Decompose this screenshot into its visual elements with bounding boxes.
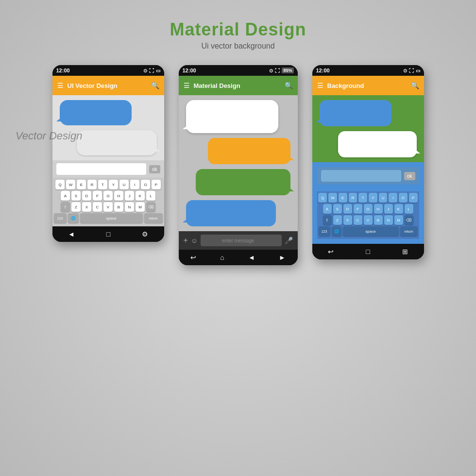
- key-l-1[interactable]: L: [146, 191, 155, 201]
- key-b-3[interactable]: B: [374, 215, 383, 225]
- key-b-1[interactable]: B: [114, 202, 123, 212]
- key-h-3[interactable]: H: [374, 204, 383, 214]
- bubble-1-2: [77, 130, 157, 155]
- key-y-1[interactable]: Y: [109, 180, 118, 189]
- mic-icon-2[interactable]: 🎤: [285, 237, 293, 244]
- key-i-3[interactable]: I: [389, 193, 397, 203]
- key-g-1[interactable]: G: [103, 191, 113, 201]
- key-r-1[interactable]: R: [87, 180, 97, 189]
- page-header: Material Design Ui vector background: [170, 19, 306, 51]
- key-f-1[interactable]: F: [93, 191, 102, 201]
- phones-container: 12:00 ⊙ ⛶ ▭ ☰ UI Vector Design 🔍 ok: [52, 65, 424, 265]
- key-s-3[interactable]: S: [333, 204, 342, 214]
- nav-back-3[interactable]: ↩: [328, 248, 334, 255]
- nav-prev-2[interactable]: ◄: [248, 254, 255, 261]
- app-bar-2: ☰ Material Design 🔍: [179, 76, 298, 95]
- key-d-1[interactable]: D: [82, 191, 91, 201]
- key-f-3[interactable]: F: [354, 204, 362, 214]
- nav-next-2[interactable]: ►: [279, 254, 286, 261]
- nav-home-3[interactable]: □: [366, 248, 370, 255]
- key-m-3[interactable]: M: [394, 215, 403, 225]
- message-input-1[interactable]: [56, 163, 146, 175]
- nav-home-2[interactable]: ⌂: [220, 254, 224, 261]
- plus-icon-2[interactable]: +: [184, 236, 188, 245]
- key-u-1[interactable]: U: [119, 180, 129, 189]
- key-k-1[interactable]: K: [136, 191, 145, 201]
- key-e-3[interactable]: E: [339, 193, 347, 203]
- key-x-1[interactable]: X: [82, 202, 91, 212]
- space-key-1[interactable]: space: [80, 213, 143, 223]
- subtitle: Ui vector background: [170, 42, 306, 51]
- screen-2: + ☺ enter message 🎤: [179, 95, 298, 250]
- key-j-3[interactable]: J: [384, 204, 393, 214]
- key-o-3[interactable]: O: [399, 193, 408, 203]
- key-c-3[interactable]: C: [354, 215, 362, 225]
- chat-area-2: [179, 95, 298, 231]
- key-c-1[interactable]: C: [93, 202, 102, 212]
- key-k-3[interactable]: K: [394, 204, 403, 214]
- shift-key-1[interactable]: ⇧: [61, 202, 70, 212]
- nav-grid-3[interactable]: ⊞: [402, 248, 408, 255]
- delete-key-1[interactable]: ⌫: [146, 202, 155, 212]
- return-key-1[interactable]: return: [144, 213, 163, 223]
- return-3[interactable]: return: [400, 226, 418, 236]
- key-m-1[interactable]: M: [136, 202, 145, 212]
- globe-3[interactable]: 🌐: [332, 226, 341, 236]
- emoji-icon-2[interactable]: ☺: [191, 237, 198, 244]
- menu-icon-1[interactable]: ☰: [57, 82, 64, 89]
- key-z-1[interactable]: Z: [71, 202, 81, 212]
- key-y-3[interactable]: Y: [369, 193, 377, 203]
- key-l-3[interactable]: L: [405, 204, 413, 214]
- key-v-3[interactable]: V: [364, 215, 373, 225]
- key-s-1[interactable]: S: [71, 191, 81, 201]
- key-p-3[interactable]: P: [409, 193, 418, 203]
- shift-3[interactable]: ⇧: [323, 215, 332, 225]
- key-r-3[interactable]: R: [349, 193, 357, 203]
- wifi-icon-1: ⊙: [143, 68, 147, 73]
- key-x-3[interactable]: X: [343, 215, 352, 225]
- key-g-3[interactable]: G: [364, 204, 373, 214]
- kb-row2-3: A S D F G H J K L: [319, 204, 418, 214]
- menu-icon-3[interactable]: ☰: [317, 82, 323, 89]
- key-e-1[interactable]: E: [77, 180, 86, 189]
- key-n-3[interactable]: N: [384, 215, 393, 225]
- key-n-1[interactable]: N: [125, 202, 134, 212]
- num-3[interactable]: 123: [319, 226, 330, 236]
- nav-bar-3: ↩ □ ⊞: [312, 244, 424, 259]
- space-3[interactable]: space: [343, 226, 399, 236]
- message-input-2[interactable]: [201, 235, 281, 246]
- key-h-1[interactable]: H: [114, 191, 123, 201]
- del-3[interactable]: ⌫: [405, 215, 413, 225]
- key-o-1[interactable]: O: [141, 180, 150, 189]
- nav-back-1[interactable]: ◄: [68, 230, 75, 238]
- key-q-1[interactable]: Q: [55, 180, 65, 189]
- nav-settings-1[interactable]: ⚙: [142, 230, 148, 238]
- key-t-1[interactable]: T: [98, 180, 107, 189]
- menu-icon-2[interactable]: ☰: [184, 82, 190, 89]
- key-a-3[interactable]: A: [323, 204, 332, 214]
- status-icons-3: ⊙ ⛶ ▭: [403, 68, 420, 73]
- key-t-3[interactable]: T: [358, 193, 367, 203]
- key-j-1[interactable]: J: [125, 191, 134, 201]
- message-input-3[interactable]: [321, 170, 401, 182]
- wifi-icon-3: ⊙: [403, 68, 407, 73]
- ok-button-3[interactable]: ok: [404, 172, 415, 180]
- key-w-1[interactable]: W: [66, 180, 75, 189]
- globe-key-1[interactable]: 🌐: [68, 213, 79, 223]
- key-d-3[interactable]: D: [343, 204, 352, 214]
- key-a-1[interactable]: A: [61, 191, 70, 201]
- nav-home-1[interactable]: □: [106, 230, 110, 238]
- ok-button-1[interactable]: ok: [149, 165, 160, 173]
- key-q-3[interactable]: Q: [318, 193, 327, 203]
- key-v-1[interactable]: V: [103, 202, 113, 212]
- key-p-1[interactable]: P: [152, 180, 161, 189]
- key-z-3[interactable]: Z: [333, 215, 342, 225]
- key-u-3[interactable]: U: [379, 193, 388, 203]
- search-icon-3[interactable]: 🔍: [411, 82, 419, 89]
- key-w-3[interactable]: W: [328, 193, 337, 203]
- nav-back-2[interactable]: ↩: [190, 254, 196, 261]
- search-icon-2[interactable]: 🔍: [285, 82, 293, 89]
- key-i-1[interactable]: I: [130, 180, 139, 189]
- search-icon-1[interactable]: 🔍: [151, 82, 159, 89]
- num-key-1[interactable]: 123: [54, 213, 67, 223]
